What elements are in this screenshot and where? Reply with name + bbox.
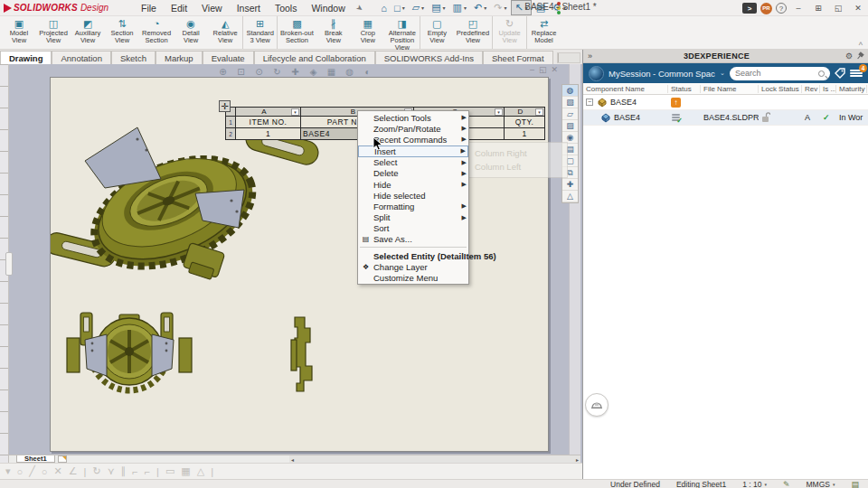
context-menu-item[interactable]: Sort (358, 223, 468, 234)
projected-view-button[interactable]: ◫ Projected View (36, 16, 71, 49)
doc-minimize-icon[interactable]: – (530, 65, 534, 74)
panel-gear-icon[interactable]: ⚙ (845, 52, 853, 61)
sync-icon[interactable]: ✚ (562, 179, 578, 191)
column-header[interactable]: Is ... (820, 85, 836, 93)
sheet-tab[interactable]: Sheet1 (16, 455, 55, 463)
bom-cell[interactable]: 1 (236, 128, 301, 140)
context-menu-item[interactable]: ▤ Save As... (358, 234, 468, 245)
hide-show-items-icon[interactable]: ▦ (324, 65, 339, 78)
model-view-button[interactable]: ▣ Model View (2, 16, 36, 49)
command-tab[interactable]: Sheet Format (483, 51, 553, 64)
view-palette-icon[interactable]: ▨ (562, 120, 578, 132)
drawing-sheet[interactable]: ✛ A▾ B▾ C▾ D▾ 1 ITEM NO. PART NUMBER QTY… (50, 77, 549, 452)
menu-item[interactable]: View (194, 1, 230, 15)
column-header-d[interactable]: D▾ (505, 108, 545, 117)
ghost-menu-item[interactable]: Column Left (460, 160, 567, 174)
broken-out-section-button[interactable]: ▩ Broken-out Section (277, 16, 316, 49)
column-header[interactable]: File Name (701, 85, 759, 93)
add-sheet-icon[interactable] (58, 455, 67, 463)
tag-icon[interactable] (835, 68, 845, 79)
user-avatar[interactable]: PR (760, 3, 772, 14)
component-row-part[interactable]: BASE4 ✓ BASE4.SLDPRT A ✓ In Wor (583, 110, 868, 126)
3dexperience-pane-icon[interactable]: ◍ (562, 85, 578, 97)
session-name[interactable]: MySession - Common Space (DS - ... (609, 69, 715, 79)
session-chevron-icon[interactable]: ⌄ (720, 70, 725, 77)
bom-cell[interactable]: 1 (505, 128, 545, 140)
column-dropdown-icon[interactable]: ▾ (291, 108, 299, 116)
new-document-icon[interactable]: □▾ (392, 2, 408, 14)
save-icon[interactable]: ▤▾ (429, 1, 448, 14)
column-header-a[interactable]: A▾ (236, 108, 301, 117)
open-icon[interactable]: ▱▾ (410, 1, 427, 14)
print-icon[interactable]: ▥▾ (450, 1, 469, 14)
context-menu-item[interactable]: Zoom/Pan/Rotate ▶ (358, 123, 468, 134)
command-tab[interactable]: Drawing (0, 51, 52, 64)
context-menu-item[interactable]: Formatting ▶ (358, 201, 468, 211)
replace-model-button[interactable]: ⇄ Replace Model (526, 16, 561, 49)
context-menu-item[interactable] (360, 247, 467, 249)
home-icon[interactable]: ⌂▾ (378, 2, 390, 14)
command-tab[interactable]: Markup (156, 51, 203, 64)
relative-view-button[interactable]: ◭ Relative View (208, 16, 242, 49)
detail-view-button[interactable]: ◉ Detail View (174, 16, 208, 49)
search-icon[interactable] (818, 70, 825, 77)
status-scale[interactable]: 1 : 10▾ (742, 480, 767, 488)
close-icon[interactable]: ✕ (850, 2, 866, 15)
update-view-button[interactable]: ↻ Update View (492, 16, 526, 49)
undo-icon[interactable]: ↶▾ (471, 1, 489, 14)
3d-drawing-view-icon[interactable]: ◈ (306, 65, 321, 78)
column-header[interactable]: Status (668, 85, 701, 93)
search-box[interactable] (730, 67, 830, 80)
doc-restore-icon[interactable]: ◱ (539, 65, 547, 74)
status-editing[interactable]: Editing Sheet1▾ (676, 480, 726, 488)
predefined-view-button[interactable]: ◰ Predefined View (454, 16, 492, 49)
horizontal-scrollbar[interactable]: ◂ ▸ (289, 455, 580, 463)
context-menu-item[interactable]: Selection Tools ▶ (358, 112, 468, 123)
help-icon[interactable]: ? (776, 3, 787, 14)
layout-icon[interactable]: ⊞ (810, 2, 826, 15)
break-view-button[interactable]: ∦ Break View (316, 16, 351, 49)
pan-icon[interactable]: ✚ (288, 65, 303, 78)
doc-close-icon[interactable]: ✕ (552, 65, 559, 74)
sheet-properties-icon[interactable]: ▤▾ (851, 480, 859, 488)
column-header[interactable]: Component Name (583, 85, 668, 93)
ghost-menu-item[interactable]: Column Right (460, 146, 567, 160)
search-input[interactable] (735, 69, 818, 78)
standard-3-view-button[interactable]: ⊞ Standard 3 View (242, 16, 277, 49)
menu-item[interactable]: Insert (230, 1, 268, 15)
status-units[interactable]: MMGS▾ (807, 480, 835, 488)
expand-collapse-icon[interactable]: − (586, 99, 593, 106)
collapse-toolbar-icon[interactable]: ^ (859, 41, 863, 487)
feature-tree-collapse-handle[interactable] (5, 252, 13, 276)
measure-icon[interactable]: △ (562, 191, 578, 202)
zoom-to-fit-icon[interactable]: ⊕ (215, 65, 231, 78)
menu-item[interactable]: Tools (268, 1, 305, 15)
edit-appearance-icon[interactable]: ◍ (342, 65, 357, 78)
drawing-canvas[interactable]: ⊕⊡⊙↻✚◈▦◍◐ –◱✕ (0, 64, 582, 463)
scroll-left-icon[interactable]: ◂ (291, 456, 294, 463)
minimize-icon[interactable]: – (790, 2, 807, 15)
crop-view-button[interactable]: ▦ Crop View (351, 16, 385, 49)
design-library-icon[interactable]: ▧ (562, 97, 578, 108)
zoom-to-area-icon[interactable]: ⊡ (233, 65, 249, 78)
menu-item[interactable]: Window (304, 1, 352, 15)
status-constraint[interactable]: Under Defined▾ (610, 480, 660, 488)
removed-section-button[interactable]: ◔ Removed Section (139, 16, 174, 49)
context-menu-item[interactable]: Select ▶ (358, 157, 468, 168)
command-tab[interactable]: Sketch (111, 51, 156, 64)
context-menu-item[interactable]: Delete ▶ (358, 168, 468, 179)
bom-cell[interactable]: QTY. (505, 117, 545, 128)
component-row-assembly[interactable]: − BASE4 ↑ (583, 95, 868, 110)
alternate-position-view-button[interactable]: ◨ Alternate Position View (385, 16, 420, 49)
bom-cell[interactable]: ITEM NO. (236, 117, 301, 128)
command-tab[interactable]: Lifecycle and Collaboration (254, 51, 375, 64)
view-settings-icon[interactable]: ◐ (360, 65, 375, 78)
column-header[interactable]: Lock Status (759, 85, 802, 93)
assistant-button[interactable] (585, 393, 609, 417)
zoom-in-out-icon[interactable]: ⊙ (251, 65, 267, 78)
command-tab[interactable]: SOLIDWORKS Add-Ins (375, 51, 483, 64)
context-menu-item[interactable]: ❖ Change Layer (358, 261, 468, 272)
context-menu-item[interactable]: Customize Menu (358, 272, 468, 283)
table-move-handle[interactable]: ✛ (219, 100, 231, 112)
empty-view-button[interactable]: ▢ Empty View (420, 16, 454, 49)
